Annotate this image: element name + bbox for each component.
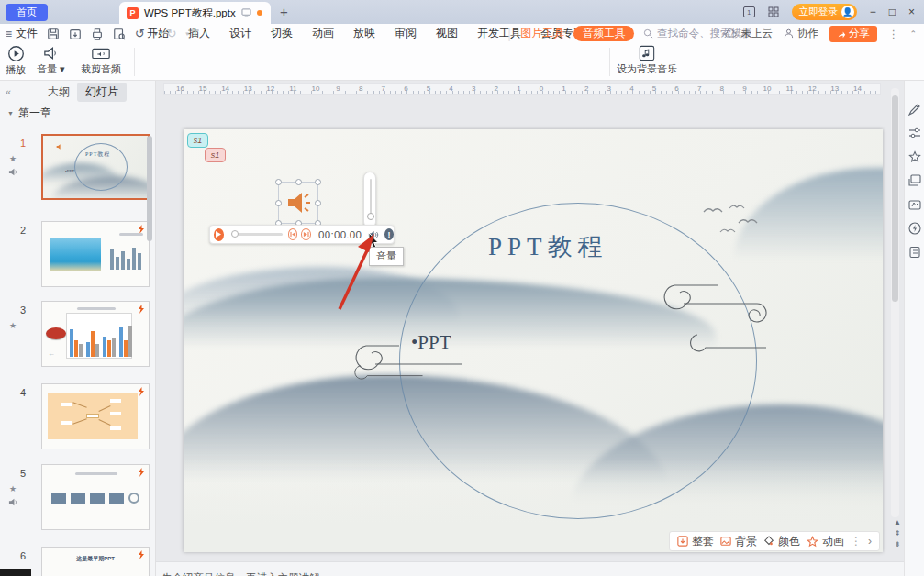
slide-thumbnail-5[interactable] (41, 464, 150, 530)
share-button[interactable]: 分享 (829, 26, 877, 42)
tab-transition[interactable]: 切换 (271, 26, 293, 41)
trim-audio-button[interactable]: 裁剪音频 (81, 45, 121, 76)
animation-button[interactable]: 动画 (807, 534, 844, 549)
new-tab-button[interactable]: + (280, 4, 288, 19)
resize-handle[interactable] (275, 179, 282, 185)
file-menu[interactable]: ≡文件 (6, 26, 38, 41)
collaborate-button[interactable]: 协作 (784, 27, 818, 40)
scrollbar-thumb[interactable] (892, 95, 898, 302)
resize-handle[interactable] (315, 200, 321, 206)
tab-design[interactable]: 设计 (229, 26, 251, 41)
slide-thumbnail-4[interactable] (41, 383, 150, 449)
slide-thumbnail-6[interactable]: 这是最早期PPT (41, 547, 150, 576)
resize-handle[interactable] (275, 200, 282, 206)
sidebar-scrollbar[interactable] (147, 136, 152, 241)
thumb4-node (86, 414, 99, 418)
rewind-button[interactable] (288, 228, 298, 240)
tab-view[interactable]: 视图 (436, 26, 458, 41)
print-icon[interactable] (91, 28, 104, 40)
outline-tab[interactable]: 大纲 (48, 84, 70, 100)
right-tool-panel (904, 81, 924, 576)
color-icon (763, 536, 774, 547)
thumb1-title: PPT教程 (85, 150, 110, 159)
tab-animation[interactable]: 动画 (312, 26, 334, 41)
print-preview-icon[interactable] (113, 28, 126, 40)
background-button[interactable]: 背景 (720, 534, 757, 549)
login-button[interactable]: 立即登录 👤 (792, 4, 857, 20)
share-icon (837, 29, 846, 39)
close-button[interactable]: × (908, 6, 915, 18)
full-set-button[interactable]: 整套 (677, 534, 714, 549)
slide-thumbnail-2[interactable] (41, 221, 150, 287)
tab-picture-tools[interactable]: 图片工具 (520, 26, 564, 41)
audio-tools-ribbon: 播放 音量 ▾ 裁剪音频 淡入: −00.00+ 淡出: −00.00+ 开始 … (0, 43, 924, 81)
quickbar-expand-icon[interactable]: › (868, 535, 872, 548)
slide-number: 2 (20, 225, 26, 236)
beautify-rocket-icon[interactable] (908, 103, 921, 116)
slide-number: 6 (20, 550, 26, 561)
cloud-status[interactable]: 未上云 (724, 27, 773, 40)
volume-slider-popup[interactable] (363, 172, 376, 228)
ink-annotate-icon[interactable] (908, 198, 921, 211)
slide-number: 5 (20, 468, 26, 479)
slide-thumbnail-1[interactable]: PPT教程 •PPT (41, 134, 150, 200)
export-icon[interactable] (69, 28, 82, 40)
tab-start[interactable]: 开始 (147, 26, 169, 41)
audio-play-button[interactable] (214, 228, 224, 241)
audio-progress-track[interactable] (231, 233, 283, 236)
canvas-vertical-scrollbar[interactable] (891, 88, 899, 517)
next-slide-icon[interactable]: ⇟ (894, 540, 901, 548)
audio-indicator-icon (8, 497, 18, 507)
workspace-icon[interactable]: 1 (743, 6, 755, 17)
animation-badge (138, 387, 145, 396)
slide-title-text[interactable]: PPT教程 (488, 230, 608, 263)
tab-review[interactable]: 审阅 (395, 26, 417, 41)
section-header[interactable]: ▼ 第一章 (7, 105, 51, 121)
collapse-panel-button[interactable]: « (6, 86, 11, 97)
minimize-button[interactable]: − (870, 6, 876, 18)
apps-grid-icon[interactable] (768, 6, 779, 17)
document-tab[interactable]: P WPS PPT教程.pptx (119, 2, 271, 24)
tab-insert[interactable]: 插入 (188, 26, 210, 41)
previous-slide-icon[interactable]: ⇞ (894, 529, 901, 537)
resize-handle[interactable] (315, 179, 321, 185)
forward-button[interactable] (301, 228, 311, 240)
home-tab[interactable]: 首页 (6, 4, 48, 21)
volume-slider-knob[interactable] (367, 213, 374, 220)
present-device-icon[interactable] (241, 8, 251, 17)
properties-sliders-icon[interactable] (908, 127, 921, 139)
set-bg-music-button[interactable]: 设为背景音乐 (617, 45, 677, 76)
slide-thumbnail-3[interactable]: ← (41, 301, 150, 367)
scroll-up-icon[interactable]: ▲ (894, 518, 901, 526)
more-menu-icon[interactable]: ⋮ (888, 28, 899, 40)
slide-editing-area[interactable]: PPT教程 •PPT s1 s1 (184, 129, 883, 552)
animation-tag-1[interactable]: s1 (187, 133, 208, 148)
audio-progress-handle[interactable] (231, 230, 239, 238)
quick-tools-icon[interactable] (908, 222, 921, 235)
audio-object-selection[interactable] (278, 182, 318, 224)
resize-handle[interactable] (295, 179, 302, 185)
animation-star-icon[interactable] (908, 150, 921, 163)
tab-audio-tools-active[interactable]: 音频工具 (573, 26, 634, 41)
undo-button[interactable]: ↺ (135, 27, 145, 40)
red-annotation-arrow (334, 232, 378, 313)
tab-slideshow[interactable]: 放映 (353, 26, 375, 41)
audio-speaker-object[interactable] (286, 190, 312, 216)
slides-tab-active[interactable]: 幻灯片 (77, 83, 127, 102)
color-button[interactable]: 颜色 (763, 534, 800, 549)
maximize-button[interactable]: □ (889, 6, 896, 18)
slide-layers-icon[interactable] (908, 174, 921, 187)
save-icon[interactable] (47, 28, 60, 40)
audio-info-button[interactable]: ! (384, 228, 394, 240)
play-audio-button[interactable]: 播放 (6, 45, 26, 77)
quickbar-more-icon[interactable]: ⋮ (851, 535, 862, 548)
thumb6-title: 这是最早期PPT (42, 555, 149, 563)
animation-tag-2[interactable]: s1 (205, 148, 226, 162)
animation-indicator-icon: ★ (9, 321, 17, 330)
ruler-ticks (164, 91, 880, 94)
menu-bar: ≡文件 ↺▾ ↻▾ 开始 插入 设计 切换 动画 放映 审阅 视图 开发工具 会… (0, 24, 924, 43)
notes-strip[interactable]: 先介绍商品信息，再进入主题讲解 (156, 561, 904, 576)
volume-button[interactable]: 音量 ▾ (37, 45, 65, 76)
collapse-ribbon-icon[interactable]: ⌃ (909, 29, 917, 39)
notes-book-icon[interactable] (908, 246, 921, 259)
